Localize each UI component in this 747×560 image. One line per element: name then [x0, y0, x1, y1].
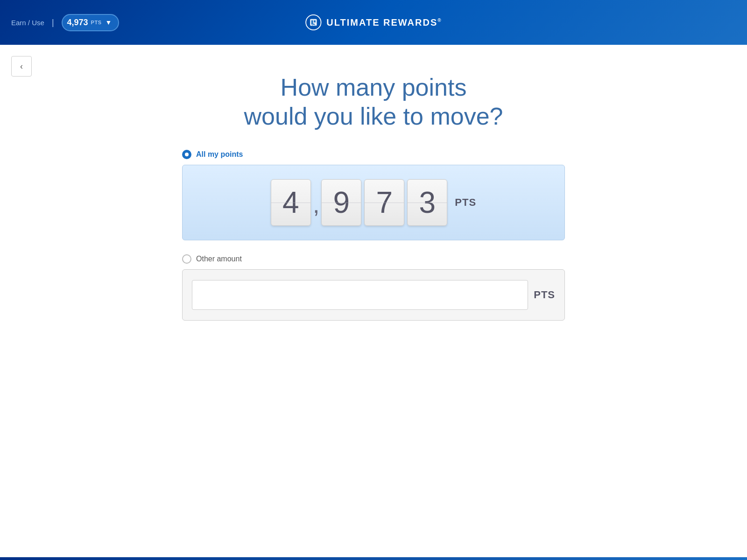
all-my-points-radio[interactable] — [182, 150, 191, 159]
digit-card-2: 9 — [321, 179, 361, 226]
footer-bar — [0, 557, 747, 560]
title-line1: How many points — [281, 74, 467, 101]
header-points-unit: PTS — [91, 20, 102, 25]
points-badge-button[interactable]: 4,973 PTS ▼ — [62, 14, 120, 31]
other-amount-option[interactable]: Other amount — [182, 254, 565, 264]
all-my-points-label: All my points — [196, 150, 243, 159]
other-pts-label: PTS — [534, 289, 555, 301]
other-amount-box: PTS — [182, 269, 565, 321]
ur-logo-icon — [305, 14, 322, 31]
other-amount-radio[interactable] — [182, 254, 191, 264]
chevron-down-icon: ▼ — [106, 19, 112, 26]
other-amount-label: Other amount — [196, 255, 242, 263]
header-divider: | — [52, 18, 54, 28]
digit-display: 4 , 9 7 3 PTS — [271, 179, 476, 226]
other-amount-input[interactable] — [192, 280, 528, 310]
svg-rect-2 — [311, 21, 313, 25]
svg-rect-3 — [314, 21, 316, 23]
comma-separator: , — [313, 192, 319, 217]
form-section: All my points 4 , 9 7 3 PTS Other amount… — [163, 150, 584, 321]
app-header: Earn / Use | 4,973 PTS ▼ ULTIMATE REWARD… — [0, 0, 747, 45]
back-icon: ‹ — [20, 62, 23, 71]
digit-card-1: 4 — [271, 179, 311, 226]
header-points-amount: 4,973 — [67, 18, 88, 28]
header-brand: ULTIMATE REWARDS® — [305, 14, 442, 31]
title-line2: would you like to move? — [244, 103, 503, 130]
all-my-points-option[interactable]: All my points — [182, 150, 565, 159]
main-content: ‹ How many points would you like to move… — [0, 45, 747, 557]
brand-name: ULTIMATE REWARDS® — [326, 17, 442, 28]
points-display-box: 4 , 9 7 3 PTS — [182, 165, 565, 240]
other-amount-input-row: PTS — [192, 280, 555, 310]
back-button[interactable]: ‹ — [11, 56, 32, 77]
digit-card-3: 7 — [364, 179, 404, 226]
earn-use-label: Earn / Use — [11, 19, 44, 27]
header-left: Earn / Use | 4,973 PTS ▼ — [11, 14, 119, 31]
digit-card-4: 3 — [407, 179, 447, 226]
page-title: How many points would you like to move? — [0, 45, 747, 150]
all-points-pts-label: PTS — [455, 196, 476, 209]
